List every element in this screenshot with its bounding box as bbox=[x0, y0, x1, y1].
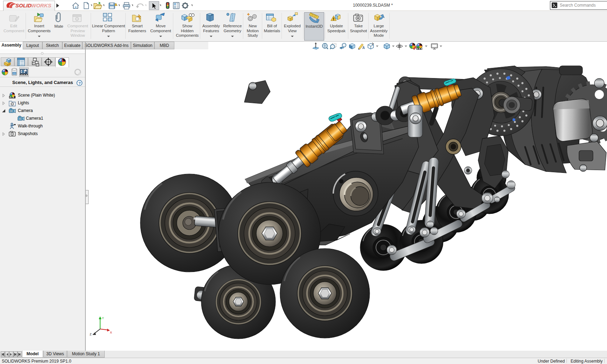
svg-text:WORKS: WORKS bbox=[31, 2, 51, 8]
svg-text:A: A bbox=[362, 46, 365, 50]
svg-text:Y: Y bbox=[102, 316, 104, 320]
svg-text:X: X bbox=[110, 331, 112, 334]
svg-text:Z: Z bbox=[90, 332, 92, 336]
svg-text:?: ? bbox=[78, 81, 81, 85]
svg-text:SOLID: SOLID bbox=[15, 2, 32, 8]
